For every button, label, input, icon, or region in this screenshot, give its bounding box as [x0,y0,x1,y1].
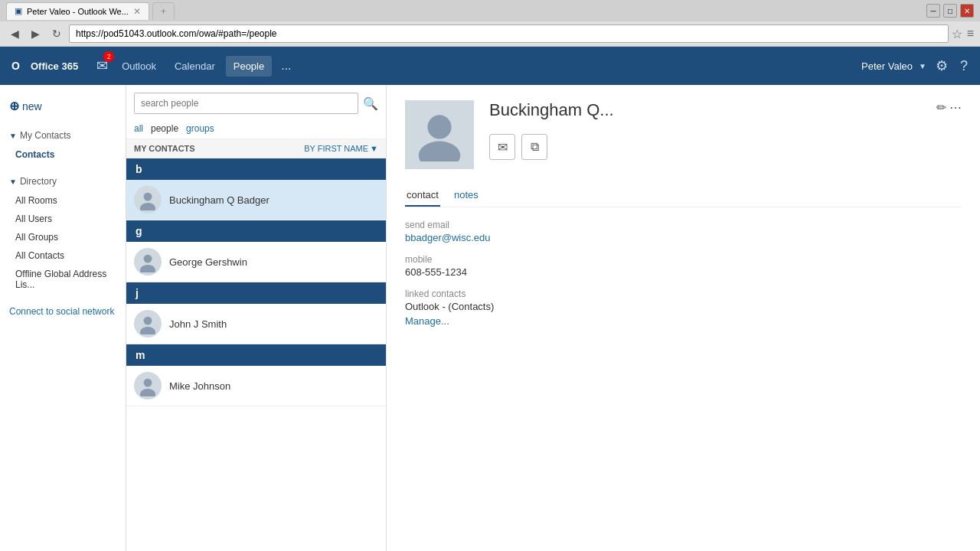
edit-button[interactable]: ✏ [936,100,946,115]
svg-point-6 [144,317,152,325]
copy-button[interactable]: ⧉ [521,134,547,160]
contact-list-panel: 🔍 all people groups MY CONTACTS BY FIRST… [126,85,387,551]
svg-point-10 [427,115,451,139]
mobile-label: mobile [405,254,962,265]
connect-social-link[interactable]: Connect to social network [0,294,126,329]
search-icon: 🔍 [363,97,378,110]
svg-point-8 [144,379,152,387]
address-bar[interactable] [69,24,949,43]
nav-more[interactable]: ... [275,54,297,77]
send-email-value[interactable]: bbadger@wisc.edu [405,232,962,243]
sidebar-item-offline-gal[interactable]: Offline Global Address Lis... [0,265,126,294]
avatar-mike [134,372,162,399]
letter-group-b: b [126,158,386,180]
header-nav: ✉ 2 Outlook Calendar People ... [93,54,861,77]
user-dropdown-icon[interactable]: ▼ [919,62,926,70]
new-icon: ⊕ [9,99,19,113]
tab-title: Peter Valeo - Outlook We... [27,7,129,16]
contact-name-john: John J Smith [169,318,227,330]
send-email-button[interactable]: ✉ [489,134,515,160]
search-button[interactable]: 🔍 [363,96,378,111]
directory-arrow: ▼ [9,178,17,186]
header-right: Peter Valeo ▼ ⚙ ? [861,54,971,77]
detail-field-linked-contacts: linked contacts Outlook - (Contacts) Man… [405,289,962,327]
tab-contact[interactable]: contact [405,184,440,207]
filter-tabs: all people groups [126,119,386,139]
active-tab[interactable]: ▣ Peter Valeo - Outlook We... ✕ [6,2,149,20]
directory-header[interactable]: ▼ Directory [0,171,126,191]
inactive-tab[interactable]: + [152,2,175,20]
detail-field-email: send email bbadger@wisc.edu [405,220,962,243]
sidebar-item-all-contacts[interactable]: All Contacts [0,246,126,265]
new-label: new [22,100,42,112]
detail-panel: Buckingham Q... ✏ ⋯ ✉ ⧉ contact notes se… [387,85,980,551]
sidebar-item-all-users[interactable]: All Users [0,210,126,228]
my-contacts-header[interactable]: ▼ My Contacts [0,126,126,145]
svg-text:O: O [11,60,20,72]
new-button[interactable]: ⊕ new [0,93,126,119]
more-options-button[interactable]: ⋯ [949,100,962,115]
sort-icon: ▼ [370,144,378,153]
my-contacts-arrow: ▼ [9,132,17,140]
office-logo[interactable]: O Office 365 [9,57,78,74]
mobile-value: 608-555-1234 [405,266,962,278]
detail-name: Buckingham Q... [489,100,614,120]
sidebar-item-all-groups[interactable]: All Groups [0,228,126,246]
manage-link[interactable]: Manage... [405,315,962,327]
svg-point-7 [140,327,155,334]
avatar-buckingham [134,186,162,214]
directory-label: Directory [20,176,57,187]
detail-tabs: contact notes [405,184,962,207]
settings-icon[interactable]: ⚙ [933,54,951,77]
search-bar: 🔍 [126,85,386,119]
contact-item-john[interactable]: John J Smith [126,304,386,344]
send-email-label: send email [405,220,962,230]
bookmark-icon[interactable]: ☆ [952,27,962,41]
nav-outlook[interactable]: Outlook [114,56,164,77]
contact-name-mike: Mike Johnson [169,380,230,392]
sidebar-item-contacts[interactable]: Contacts [0,145,126,164]
filter-people[interactable]: people [151,122,178,135]
detail-avatar [405,100,474,169]
office-logo-text: Office 365 [31,60,78,72]
avatar-george [134,248,162,276]
nav-icons: ☆ ≡ [952,27,974,41]
nav-people[interactable]: People [226,56,272,77]
detail-field-mobile: mobile 608-555-1234 [405,254,962,278]
filter-all[interactable]: all [134,122,143,135]
menu-icon[interactable]: ≡ [967,27,974,41]
nav-calendar[interactable]: Calendar [167,56,223,77]
sort-button[interactable]: BY FIRST NAME ▼ [304,144,378,153]
user-name[interactable]: Peter Valeo [861,60,913,72]
inactive-tab-icon: + [161,6,166,17]
office-logo-icon: O [9,57,26,74]
contact-item-mike[interactable]: Mike Johnson [126,366,386,406]
search-input[interactable] [134,93,358,114]
contacts-header: MY CONTACTS BY FIRST NAME ▼ [126,139,386,158]
contact-name-buckingham: Buckingham Q Badger [169,194,270,206]
back-button[interactable]: ◀ [6,25,24,42]
app-header: O Office 365 ✉ 2 Outlook Calendar People… [0,47,980,85]
minimize-button[interactable]: ─ [926,4,940,18]
close-button[interactable]: ✕ [960,4,974,18]
letter-group-j: j [126,282,386,304]
letter-group-g: g [126,220,386,242]
tabs-area: ▣ Peter Valeo - Outlook We... ✕ + [6,2,175,20]
sidebar-item-all-rooms[interactable]: All Rooms [0,191,126,210]
svg-point-4 [144,255,152,263]
contact-item-george[interactable]: George Gershwin [126,242,386,282]
filter-groups[interactable]: groups [186,122,214,135]
mail-icon-wrapper[interactable]: ✉ 2 [93,54,111,77]
detail-action-buttons: ✉ ⧉ [489,134,962,160]
contact-item-buckingham[interactable]: Buckingham Q Badger [126,180,386,220]
forward-button[interactable]: ▶ [27,25,44,42]
maximize-button[interactable]: □ [943,4,957,18]
tab-close-icon[interactable]: ✕ [133,6,141,17]
tab-notes[interactable]: notes [452,184,480,207]
detail-header-actions: ✏ ⋯ [936,100,962,115]
main-layout: ⊕ new ▼ My Contacts Contacts ▼ Directory… [0,85,980,551]
linked-contacts-value: Outlook - (Contacts) [405,301,962,312]
refresh-button[interactable]: ↻ [47,25,66,42]
help-icon[interactable]: ? [957,55,971,77]
my-contacts-section: ▼ My Contacts Contacts [0,126,126,164]
